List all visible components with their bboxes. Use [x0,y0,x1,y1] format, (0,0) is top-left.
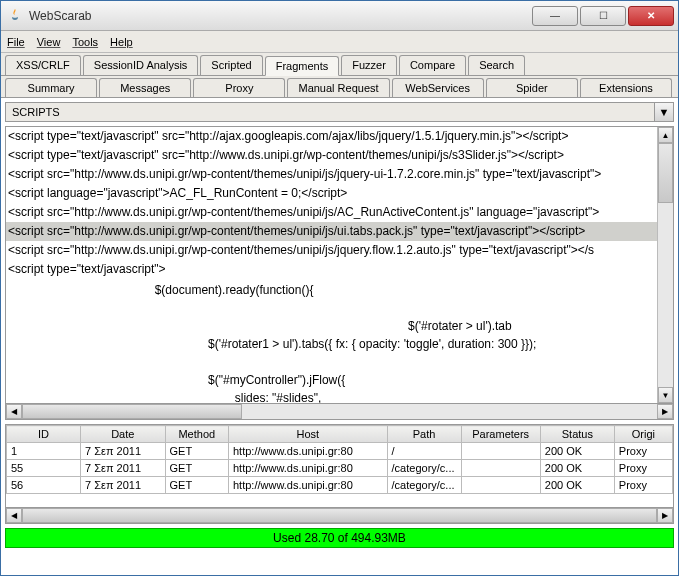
table-row[interactable]: 17 Σεπ 2011GEThttp://www.ds.unipi.gr:80/… [7,443,673,460]
tab-spider[interactable]: Spider [486,78,578,97]
scroll-right-icon[interactable]: ▶ [657,508,673,523]
scroll-up-icon[interactable]: ▲ [658,127,673,143]
tab-webservices[interactable]: WebServices [392,78,484,97]
chevron-down-icon[interactable]: ▼ [655,103,673,121]
table-cell: 200 OK [540,443,614,460]
tab-manual-request[interactable]: Manual Request [287,78,389,97]
table-cell: /category/c... [387,477,461,494]
app-window: WebScarab — ☐ ✕ File View Tools Help XSS… [0,0,679,576]
tab-fuzzer[interactable]: Fuzzer [341,55,397,75]
script-line[interactable]: <script src="http://www.ds.unipi.gr/wp-c… [6,241,657,260]
close-button[interactable]: ✕ [628,6,674,26]
column-header[interactable]: Path [387,426,461,443]
java-icon [7,8,23,24]
menu-tools[interactable]: Tools [72,36,98,48]
table-horizontal-scrollbar[interactable]: ◀ ▶ [5,508,674,524]
table-cell [461,443,540,460]
script-line[interactable]: <script src="http://www.ds.unipi.gr/wp-c… [6,203,657,222]
vertical-scrollbar[interactable]: ▲ ▼ [657,127,673,403]
table-cell: 55 [7,460,81,477]
script-line[interactable]: <script language="javascript">AC_FL_RunC… [6,184,657,203]
table-cell: GET [165,443,228,460]
table-cell: /category/c... [387,460,461,477]
tab-scripted[interactable]: Scripted [200,55,262,75]
maximize-button[interactable]: ☐ [580,6,626,26]
table-cell: Proxy [614,443,672,460]
tabs-primary: XSS/CRLFSessionID AnalysisScriptedFragme… [1,53,678,76]
table-row[interactable]: 557 Σεπ 2011GEThttp://www.ds.unipi.gr:80… [7,460,673,477]
table-row[interactable]: 567 Σεπ 2011GEThttp://www.ds.unipi.gr:80… [7,477,673,494]
window-title: WebScarab [29,9,530,23]
scroll-right-icon[interactable]: ▶ [657,404,673,419]
dropdown-label: SCRIPTS [6,103,655,121]
scroll-thumb[interactable] [658,143,673,203]
script-list-panel: <script type="text/javascript" src="http… [5,126,674,404]
table-cell: http://www.ds.unipi.gr:80 [228,460,387,477]
scroll-down-icon[interactable]: ▼ [658,387,673,403]
requests-table[interactable]: IDDateMethodHostPathParametersStatusOrig… [6,425,673,494]
column-header[interactable]: ID [7,426,81,443]
tab-xss-crlf[interactable]: XSS/CRLF [5,55,81,75]
column-header[interactable]: Origi [614,426,672,443]
tab-fragments[interactable]: Fragments [265,56,340,76]
menu-help[interactable]: Help [110,36,133,48]
script-line[interactable]: <script src="http://www.ds.unipi.gr/wp-c… [6,165,657,184]
table-cell: http://www.ds.unipi.gr:80 [228,477,387,494]
column-header[interactable]: Parameters [461,426,540,443]
table-cell: 7 Σεπ 2011 [81,443,166,460]
memory-status-text: Used 28.70 of 494.93MB [273,531,406,545]
hscroll-thumb[interactable] [22,508,657,523]
table-cell: http://www.ds.unipi.gr:80 [228,443,387,460]
menu-view[interactable]: View [37,36,61,48]
table-cell: 200 OK [540,460,614,477]
table-cell: Proxy [614,460,672,477]
column-header[interactable]: Status [540,426,614,443]
minimize-button[interactable]: — [532,6,578,26]
script-line[interactable]: <script type="text/javascript" src="http… [6,146,657,165]
tab-extensions[interactable]: Extensions [580,78,672,97]
table-cell [461,477,540,494]
column-header[interactable]: Date [81,426,166,443]
tab-proxy[interactable]: Proxy [193,78,285,97]
tab-compare[interactable]: Compare [399,55,466,75]
table-cell: / [387,443,461,460]
tab-messages[interactable]: Messages [99,78,191,97]
table-cell: 200 OK [540,477,614,494]
scroll-left-icon[interactable]: ◀ [6,508,22,523]
hscroll-thumb[interactable] [22,404,242,419]
menubar: File View Tools Help [1,31,678,53]
table-cell: 7 Σεπ 2011 [81,477,166,494]
script-line[interactable]: <script src="http://www.ds.unipi.gr/wp-c… [6,222,657,241]
fragment-type-dropdown[interactable]: SCRIPTS ▼ [5,102,674,122]
tab-summary[interactable]: Summary [5,78,97,97]
horizontal-scrollbar[interactable]: ◀ ▶ [5,404,674,420]
script-line[interactable]: <script type="text/javascript"> [6,260,657,279]
script-detail: $(document).ready(function(){ $('#rotate… [6,279,657,403]
table-cell: 56 [7,477,81,494]
table-cell [461,460,540,477]
script-line[interactable]: <script type="text/javascript" src="http… [6,127,657,146]
tab-search[interactable]: Search [468,55,525,75]
menu-file[interactable]: File [7,36,25,48]
column-header[interactable]: Host [228,426,387,443]
table-cell: GET [165,460,228,477]
table-cell: 1 [7,443,81,460]
table-cell: Proxy [614,477,672,494]
memory-status-bar: Used 28.70 of 494.93MB [5,528,674,548]
table-cell: 7 Σεπ 2011 [81,460,166,477]
scroll-left-icon[interactable]: ◀ [6,404,22,419]
column-header[interactable]: Method [165,426,228,443]
titlebar: WebScarab — ☐ ✕ [1,1,678,31]
requests-table-panel: IDDateMethodHostPathParametersStatusOrig… [5,424,674,508]
tab-sessionid-analysis[interactable]: SessionID Analysis [83,55,199,75]
table-cell: GET [165,477,228,494]
tabs-secondary: SummaryMessagesProxyManual RequestWebSer… [1,76,678,98]
